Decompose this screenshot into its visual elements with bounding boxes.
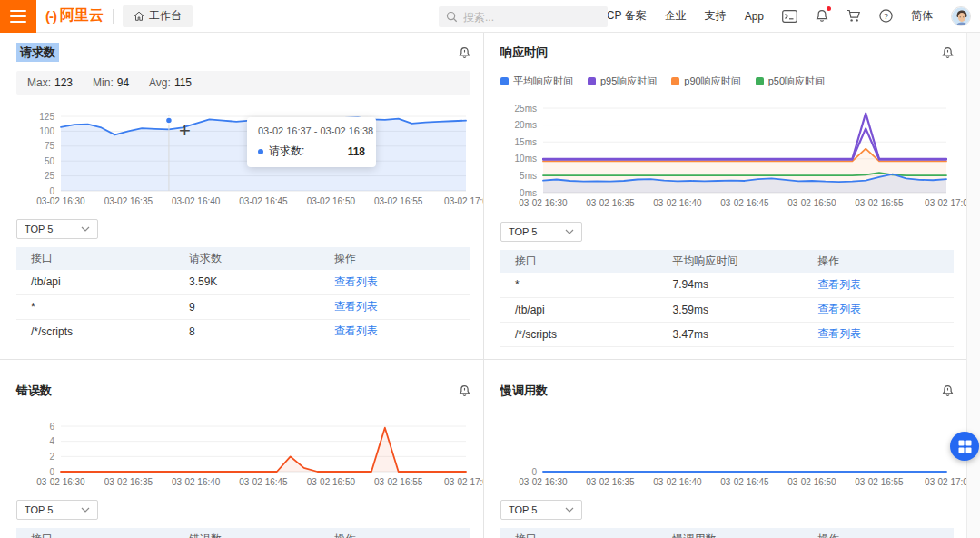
svg-text:03-02 16:50: 03-02 16:50 (787, 198, 836, 208)
alarm-bell-icon[interactable] (942, 384, 954, 397)
panel-errors: 错误数 024603-02 16:3003-02 16:3503-02 16:4… (0, 360, 484, 538)
svg-text:03-02 16:45: 03-02 16:45 (239, 196, 288, 206)
view-list-link[interactable]: 查看列表 (817, 278, 861, 291)
cell-api: /*/scripts (16, 319, 189, 344)
col-api: 接口 (500, 528, 673, 538)
divider (113, 9, 114, 24)
view-list-link[interactable]: 查看列表 (817, 303, 861, 315)
cell-action: 查看列表 (334, 270, 470, 294)
svg-text:10ms: 10ms (515, 154, 537, 164)
top-filter-select[interactable]: TOP 5 (500, 500, 582, 520)
svg-text:03-02 17:0: 03-02 17:0 (444, 196, 484, 206)
errors-table: 接口 错误数 操作 (16, 528, 470, 538)
svg-text:100: 100 (39, 126, 54, 136)
aliyun-logo-text: 阿里云 (60, 6, 104, 25)
cell-value: 7.94ms (673, 273, 818, 297)
hamburger-menu-icon[interactable] (0, 0, 36, 33)
workbench-button[interactable]: 工作台 (123, 5, 193, 27)
panel-response-time: 响应时间 平均响应时间p95响应时间p90响应时间p50响应时间 0ms5ms1… (484, 33, 966, 360)
response-legend: 平均响应时间p95响应时间p90响应时间p50响应时间 (500, 75, 954, 88)
home-icon (134, 11, 144, 22)
legend-item[interactable]: p50响应时间 (756, 75, 825, 88)
view-list-link[interactable]: 查看列表 (334, 324, 378, 337)
svg-text:03-02 16:40: 03-02 16:40 (172, 477, 221, 487)
top-filter-select[interactable]: TOP 5 (16, 500, 98, 520)
table-header-row: 接口 请求数 操作 (16, 247, 470, 270)
top-filter-select[interactable]: TOP 5 (500, 222, 582, 242)
cell-value: 3.59K (189, 270, 334, 294)
table-row: /tb/api3.59K查看列表 (16, 270, 470, 294)
chevron-down-icon (81, 226, 90, 232)
response-chart-area[interactable]: 0ms5ms10ms15ms20ms25ms03-02 16:3003-02 1… (500, 95, 954, 211)
col-api: 接口 (500, 250, 673, 273)
cart-icon[interactable] (846, 9, 861, 23)
svg-text:0: 0 (49, 186, 54, 196)
nav-item-support[interactable]: 支持 (705, 8, 727, 24)
svg-text:03-02 16:55: 03-02 16:55 (855, 477, 904, 487)
panel-title-slow-calls: 慢调用数 (500, 383, 548, 399)
svg-text:125: 125 (39, 112, 54, 122)
table-header-row: 接口 错误数 操作 (16, 528, 470, 538)
cell-action: 查看列表 (334, 294, 470, 319)
svg-text:25: 25 (45, 171, 55, 181)
selected-text-highlight: 请求数 (16, 43, 59, 62)
alarm-bell-icon[interactable] (942, 46, 954, 59)
alarm-bell-icon[interactable] (459, 46, 470, 59)
col-action: 操作 (334, 528, 470, 538)
tooltip-series-row: 请求数: 118 (258, 144, 365, 159)
aliyun-logo[interactable]: (-) 阿里云 (45, 6, 104, 25)
svg-text:50: 50 (45, 156, 55, 166)
view-list-link[interactable]: 查看列表 (334, 275, 378, 288)
svg-text:03-02 16:35: 03-02 16:35 (586, 198, 635, 208)
svg-text:03-02 16:55: 03-02 16:55 (855, 198, 904, 208)
legend-item[interactable]: p95响应时间 (588, 75, 657, 88)
table-row: *9查看列表 (16, 294, 470, 319)
svg-text:6: 6 (49, 422, 54, 432)
col-action: 操作 (334, 247, 470, 270)
svg-text:03-02 16:30: 03-02 16:30 (36, 196, 85, 206)
global-search[interactable] (439, 6, 608, 27)
user-avatar[interactable] (951, 6, 971, 26)
view-list-link[interactable]: 查看列表 (817, 327, 861, 340)
notification-bell-icon[interactable] (816, 9, 828, 23)
errors-chart-area[interactable]: 024603-02 16:3003-02 16:3503-02 16:4003-… (16, 413, 470, 493)
col-value: 错误数 (189, 528, 334, 538)
response-line-chart[interactable]: 0ms5ms10ms15ms20ms25ms03-02 16:3003-02 1… (500, 95, 954, 211)
app-grid-fab[interactable] (950, 432, 979, 461)
svg-text:03-02 16:40: 03-02 16:40 (172, 196, 221, 206)
requests-stats-bar: Max:123 Min:94 Avg:115 (16, 71, 470, 95)
svg-text:15ms: 15ms (515, 137, 537, 147)
svg-text:0: 0 (49, 467, 54, 477)
slow-calls-chart-area[interactable]: 003-02 16:3003-02 16:3503-02 16:4003-02 … (500, 413, 954, 493)
search-icon (446, 11, 458, 23)
stat-avg: Avg:115 (149, 76, 192, 89)
locale-switcher[interactable]: 简体 (911, 8, 933, 24)
svg-text:03-02 17:0: 03-02 17:0 (925, 477, 966, 487)
terminal-icon[interactable] (782, 10, 797, 23)
notification-badge (827, 6, 831, 11)
col-value: 平均响应时间 (673, 250, 818, 273)
scrollbar-track[interactable] (966, 33, 980, 538)
panel-title-requests: 请求数 (16, 45, 59, 61)
svg-text:0ms: 0ms (520, 188, 537, 198)
svg-text:03-02 16:40: 03-02 16:40 (653, 198, 702, 208)
chart-tooltip: 03-02 16:37 - 03-02 16:38 请求数: 118 (247, 117, 376, 167)
legend-item[interactable]: p90响应时间 (671, 75, 740, 88)
requests-chart-area[interactable]: 025507510012503-02 16:3003-02 16:3503-02… (16, 104, 470, 208)
errors-line-chart[interactable]: 024603-02 16:3003-02 16:3503-02 16:4003-… (16, 413, 471, 493)
top-filter-select[interactable]: TOP 5 (16, 219, 98, 239)
slow-calls-line-chart[interactable]: 003-02 16:3003-02 16:3503-02 16:4003-02 … (500, 413, 954, 493)
alarm-bell-icon[interactable] (459, 384, 470, 397)
legend-label: p95响应时间 (600, 75, 657, 88)
search-input[interactable] (463, 11, 581, 24)
nav-item-enterprise[interactable]: 企业 (665, 8, 687, 24)
cell-api: * (500, 273, 673, 297)
nav-item-icp[interactable]: ICP 备案 (604, 8, 647, 24)
requests-line-chart[interactable]: 025507510012503-02 16:3003-02 16:3503-02… (16, 104, 471, 208)
nav-item-app[interactable]: App (745, 10, 764, 23)
cell-value: 8 (189, 319, 334, 344)
view-list-link[interactable]: 查看列表 (334, 300, 378, 313)
aliyun-logo-mark: (-) (45, 8, 56, 24)
help-icon[interactable]: ? (879, 9, 893, 23)
legend-item[interactable]: 平均响应时间 (500, 75, 573, 88)
